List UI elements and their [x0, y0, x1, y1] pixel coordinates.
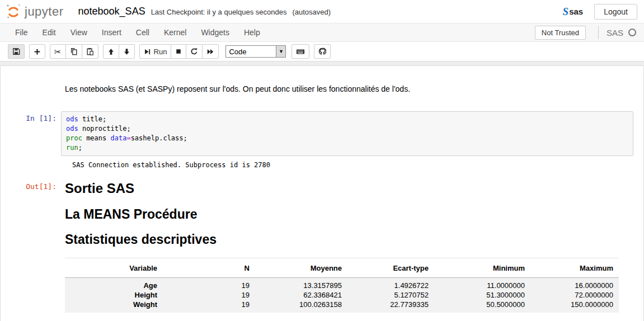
cell-value: 100.0263158: [255, 300, 347, 313]
menu-view[interactable]: View: [63, 28, 95, 37]
cell-value: 19: [163, 290, 255, 300]
cell-value: 19: [163, 300, 255, 313]
output-heading-statistiques: Statistiques descriptives: [65, 232, 633, 248]
restart-run-all-icon: [206, 48, 214, 55]
kernel-idle-icon: [628, 29, 636, 36]
stop-icon: [175, 48, 182, 55]
notebook-site: Les notebooks SAS (et SASPy) reposent su…: [0, 62, 644, 321]
add-cell-icon: [34, 48, 41, 55]
restart-kernel-button[interactable]: [186, 44, 203, 59]
col-header-minimum: Minimum: [434, 258, 530, 277]
move-down-icon: [123, 48, 130, 55]
toolbar: ✂ Run Code ▼: [0, 42, 644, 62]
save-button[interactable]: [8, 44, 25, 59]
means-statistics-table: Variable N Moyenne Ecart-type Minimum Ma…: [65, 258, 619, 313]
col-header-variable: Variable: [65, 258, 163, 277]
code-cell: In [1]: ods title; ods noproctitle; proc…: [1, 111, 633, 156]
menu-file[interactable]: File: [8, 28, 35, 37]
github-icon: [318, 48, 326, 55]
menu-insert[interactable]: Insert: [95, 28, 129, 37]
cell-type-value: Code: [226, 46, 276, 57]
chevron-down-icon: ▼: [276, 46, 285, 57]
run-cell-button[interactable]: Run: [139, 44, 172, 59]
notebook-container: Les notebooks SAS (et SASPy) reposent su…: [0, 65, 644, 321]
output-cell: Out[1]: Sortie SAS La MEANS Procédure St…: [1, 181, 633, 313]
markdown-cell[interactable]: Les notebooks SAS (et SASPy) reposent su…: [1, 84, 633, 93]
save-icon: [12, 48, 20, 55]
stop-button[interactable]: [171, 44, 186, 59]
logout-button[interactable]: Logout: [594, 4, 637, 20]
table-row: Age 19 13.3157895 1.4926722 11.0000000 1…: [65, 277, 619, 290]
markdown-text: Les notebooks SAS (et SASPy) reposent su…: [65, 84, 410, 93]
col-header-moyenne: Moyenne: [255, 258, 347, 277]
run-icon: [144, 48, 151, 55]
restart-icon: [190, 48, 198, 55]
input-prompt: In [1]:: [1, 111, 61, 122]
code-line: ods noproctitle;: [66, 124, 628, 134]
cell-value: 22.7739335: [347, 300, 434, 313]
cell-value: 13.3157895: [255, 277, 347, 290]
row-label: Age: [65, 277, 163, 290]
row-label: Weight: [65, 300, 163, 313]
paste-icon: [86, 48, 94, 55]
table-header-row: Variable N Moyenne Ecart-type Minimum Ma…: [65, 258, 619, 277]
cell-type-select[interactable]: Code ▼: [225, 45, 286, 58]
cell-value: 16.0000000: [530, 277, 619, 290]
cut-cell-button[interactable]: ✂: [50, 44, 66, 59]
table-row: Height 19 62.3368421 5.1270752 51.300000…: [65, 290, 619, 300]
move-up-icon: [107, 48, 115, 55]
add-cell-button[interactable]: [29, 44, 45, 59]
cell-value: 19: [163, 277, 255, 290]
menu-widgets[interactable]: Widgets: [194, 28, 237, 37]
copy-icon: [70, 48, 78, 55]
jupyter-logo-text: jupyter: [25, 4, 64, 19]
menu-cell[interactable]: Cell: [129, 28, 157, 37]
cell-value: 51.3000000: [434, 290, 530, 300]
cell-value: 72.0000000: [530, 290, 619, 300]
move-down-button[interactable]: [119, 44, 135, 59]
kernel-name: SAS: [607, 28, 623, 37]
menu-edit[interactable]: Edit: [35, 28, 63, 37]
cell-value: 5.1270752: [347, 290, 434, 300]
col-header-n: N: [163, 258, 255, 277]
autosave-status: (autosaved): [292, 8, 331, 16]
output-prompt: Out[1]:: [1, 181, 61, 191]
code-line: ods title;: [66, 115, 628, 124]
code-input-area[interactable]: ods title; ods noproctitle; proc means d…: [61, 111, 633, 156]
cut-icon: ✂: [54, 48, 62, 56]
stream-output: SAS Connection established. Subprocess i…: [65, 161, 633, 169]
code-line: run;: [66, 143, 628, 153]
output-heading-sortie-sas: Sortie SAS: [65, 181, 633, 197]
col-header-ecart-type: Ecart-type: [347, 258, 434, 277]
sas-logo: Ssas: [563, 6, 584, 18]
divider: [598, 26, 599, 39]
move-up-button[interactable]: [103, 44, 119, 59]
copy-cell-button[interactable]: [65, 44, 82, 59]
menu-kernel[interactable]: Kernel: [157, 28, 194, 37]
command-palette-button[interactable]: [292, 44, 309, 59]
output-heading-means-procedure: La MEANS Procédure: [65, 207, 633, 223]
jupyter-logo[interactable]: jupyter: [4, 2, 64, 22]
cell-value: 1.4926722: [347, 277, 434, 290]
menu-bar: File Edit View Insert Cell Kernel Widget…: [0, 23, 644, 42]
checkpoint-status: Last Checkpoint: il y a quelques seconde…: [151, 8, 287, 16]
paste-cell-button[interactable]: [82, 44, 98, 59]
not-trusted-button[interactable]: Not Trusted: [535, 26, 586, 40]
run-label: Run: [154, 48, 167, 56]
row-label: Height: [65, 290, 163, 300]
jupyter-logo-icon: [4, 2, 22, 22]
table-row: Weight 19 100.0263158 22.7739335 50.5000…: [65, 300, 619, 313]
cell-value: 150.0000000: [530, 300, 619, 313]
cell-value: 50.5000000: [434, 300, 530, 313]
keyboard-icon: [296, 48, 305, 55]
col-header-maximum: Maximum: [530, 258, 619, 277]
header-bar: jupyter notebook_SAS Last Checkpoint: il…: [0, 0, 644, 23]
cell-value: 11.0000000: [434, 277, 530, 290]
notebook-title[interactable]: notebook_SAS: [78, 6, 145, 17]
github-button[interactable]: [314, 44, 331, 59]
sas-logo-icon: S: [563, 6, 569, 18]
code-line: proc means data=sashelp.class;: [66, 134, 628, 143]
menu-help[interactable]: Help: [237, 28, 267, 37]
restart-run-all-button[interactable]: [202, 44, 219, 59]
cell-value: 62.3368421: [255, 290, 347, 300]
